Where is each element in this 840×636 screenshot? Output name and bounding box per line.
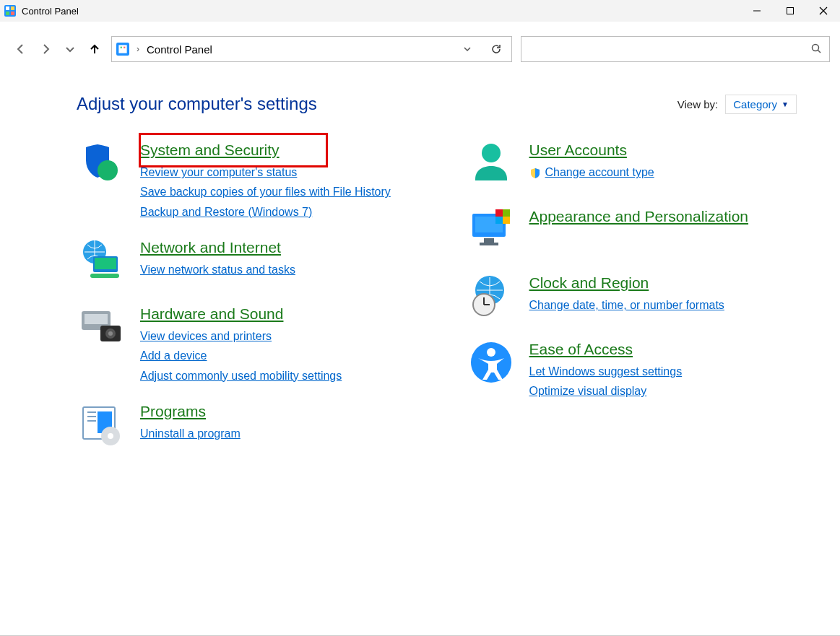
link-add-device[interactable]: Add a device (140, 347, 342, 364)
svg-rect-19 (90, 274, 119, 278)
svg-rect-37 (495, 209, 503, 217)
svg-rect-11 (121, 47, 122, 48)
svg-rect-35 (484, 238, 494, 243)
link-change-account-type-label: Change account type (545, 164, 654, 180)
svg-rect-36 (480, 243, 498, 245)
link-network-status[interactable]: View network status and tasks (140, 261, 295, 278)
svg-rect-18 (95, 258, 116, 269)
title-bar: Control Panel (0, 0, 840, 22)
category-appearance: Appearance and Personalization (466, 206, 797, 257)
category-user-accounts: User Accounts Change account type (466, 140, 797, 191)
breadcrumb-current[interactable]: Control Panel (147, 43, 212, 56)
nav-row: › Control Panel (0, 22, 840, 77)
svg-rect-3 (6, 12, 9, 15)
categories-right-column: User Accounts Change account type (466, 140, 797, 452)
category-title-appearance[interactable]: Appearance and Personalization (529, 206, 749, 226)
category-title-network-internet[interactable]: Network and Internet (140, 238, 295, 257)
content-area: Adjust your computer's settings View by:… (0, 77, 840, 452)
address-bar[interactable]: › Control Panel (111, 36, 512, 62)
search-icon (810, 43, 822, 56)
category-ease-access: Ease of Access Let Windows suggest setti… (466, 339, 797, 401)
category-programs: Programs Uninstall a program (77, 401, 408, 452)
page-heading: Adjust your computer's settings (77, 94, 317, 114)
svg-rect-6 (787, 8, 794, 14)
svg-point-13 (813, 44, 819, 51)
hardware-sound-icon (77, 304, 127, 354)
categories: System and Security Review your computer… (77, 140, 797, 452)
svg-point-31 (108, 433, 113, 439)
programs-icon (77, 401, 127, 452)
svg-rect-1 (6, 6, 9, 10)
category-title-hardware-sound[interactable]: Hardware and Sound (140, 304, 342, 323)
category-network-internet: Network and Internet View network status… (77, 238, 408, 288)
close-button[interactable] (807, 0, 840, 22)
link-date-time-formats[interactable]: Change date, time, or number formats (529, 297, 724, 313)
view-by-value: Category (733, 98, 777, 110)
control-panel-icon (116, 43, 129, 56)
ease-access-icon (466, 339, 516, 390)
view-by-label: View by: (677, 98, 718, 110)
svg-rect-38 (503, 209, 510, 217)
content-header: Adjust your computer's settings View by:… (77, 94, 797, 114)
link-mobility-settings[interactable]: Adjust commonly used mobility settings (140, 367, 342, 384)
category-hardware-sound: Hardware and Sound View devices and prin… (77, 304, 408, 385)
link-file-history[interactable]: Save backup copies of your files with Fi… (140, 183, 391, 200)
svg-rect-39 (495, 217, 503, 224)
svg-point-15 (98, 160, 118, 180)
category-title-system-security[interactable]: System and Security (140, 140, 391, 160)
window-controls (740, 0, 840, 22)
refresh-button[interactable] (490, 43, 503, 55)
chevron-right-icon[interactable]: › (135, 44, 141, 54)
svg-point-46 (487, 348, 495, 357)
control-panel-app-icon (4, 5, 16, 17)
link-change-account-type[interactable]: Change account type (529, 164, 654, 180)
view-by-select[interactable]: Category ▼ (725, 95, 797, 114)
link-devices-printers[interactable]: View devices and printers (140, 328, 342, 344)
category-title-clock-region[interactable]: Clock and Region (529, 273, 724, 292)
svg-rect-28 (87, 420, 96, 422)
categories-left-column: System and Security Review your computer… (77, 140, 408, 452)
appearance-icon (466, 206, 516, 257)
view-by-control: View by: Category ▼ (677, 95, 797, 114)
svg-rect-4 (11, 12, 14, 15)
svg-rect-10 (118, 45, 126, 53)
svg-rect-27 (87, 416, 96, 417)
link-review-status[interactable]: Review your computer's status (140, 164, 391, 180)
maximize-button[interactable] (774, 0, 807, 22)
category-title-programs[interactable]: Programs (140, 401, 241, 421)
forward-button[interactable] (38, 41, 53, 57)
category-title-ease-access[interactable]: Ease of Access (529, 339, 683, 359)
system-security-icon (77, 140, 127, 191)
category-title-user-accounts[interactable]: User Accounts (529, 140, 654, 160)
clock-region-icon (466, 273, 516, 323)
link-optimize-visual[interactable]: Optimize visual display (529, 383, 683, 399)
network-internet-icon (77, 238, 127, 288)
category-clock-region: Clock and Region Change date, time, or n… (466, 273, 797, 323)
uac-shield-icon (529, 167, 541, 178)
search-input[interactable] (521, 36, 830, 62)
minimize-button[interactable] (740, 0, 774, 22)
link-uninstall-program[interactable]: Uninstall a program (140, 425, 241, 442)
link-backup-restore[interactable]: Backup and Restore (Windows 7) (140, 204, 391, 220)
category-system-security: System and Security Review your computer… (77, 140, 408, 222)
svg-point-24 (108, 331, 113, 336)
svg-rect-12 (124, 47, 125, 48)
svg-point-32 (482, 144, 501, 162)
svg-rect-26 (87, 411, 96, 413)
breadcrumb-dropdown[interactable] (461, 45, 474, 53)
svg-rect-21 (85, 314, 108, 324)
back-button[interactable] (13, 41, 29, 57)
svg-line-14 (818, 50, 821, 53)
caret-down-icon: ▼ (781, 100, 789, 108)
up-button[interactable] (87, 41, 103, 57)
window-title: Control Panel (22, 6, 79, 17)
recent-locations-button[interactable] (62, 41, 78, 57)
svg-rect-2 (11, 6, 14, 10)
link-windows-suggest[interactable]: Let Windows suggest settings (529, 363, 683, 380)
user-accounts-icon (466, 140, 516, 191)
svg-rect-40 (503, 217, 510, 224)
